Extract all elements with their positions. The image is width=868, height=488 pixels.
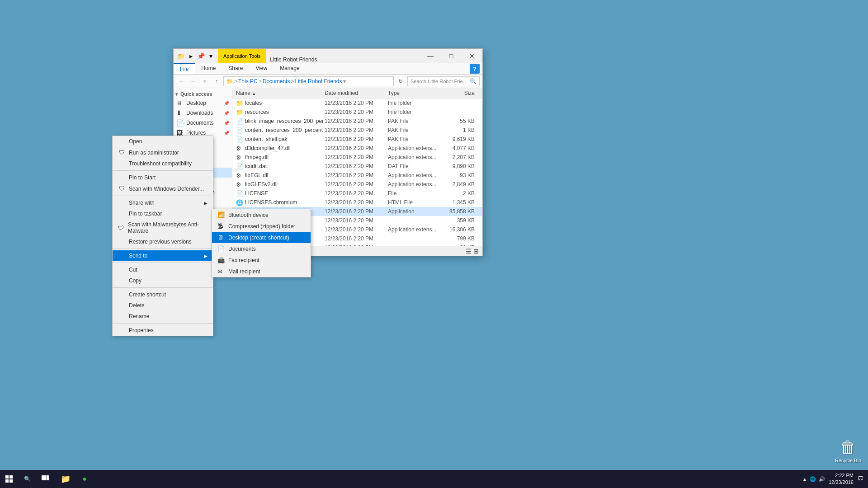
sendto-mail[interactable]: ✉ Mail recipient xyxy=(212,266,311,277)
file-date-cell: 12/23/2016 2:20 PM xyxy=(323,136,386,143)
sidebar-item-desktop[interactable]: 🖥 Desktop 📌 xyxy=(174,98,232,108)
sendto-bluetooth[interactable]: 📶 Bluetooth device xyxy=(212,209,311,221)
table-row[interactable]: 📁 resources 12/23/2016 2:20 PM File fold… xyxy=(232,108,482,117)
file-type-cell xyxy=(386,238,440,239)
ctx-pin-start[interactable]: Pin to Start xyxy=(113,172,213,183)
taskbar-right: ▲ 🌐 🔊 2:22 PM 12/23/2016 🗨 xyxy=(802,472,868,486)
file-name-cell: ⚙ libEGL.dll xyxy=(232,172,323,179)
col-header-date[interactable]: Date modified xyxy=(323,89,386,97)
clock[interactable]: 2:22 PM 12/23/2016 xyxy=(829,472,854,486)
tab-share[interactable]: Share xyxy=(222,63,249,74)
down-arrow-icon[interactable]: ▾ xyxy=(206,52,215,61)
table-row[interactable]: 📄 icudtl.dat 12/23/2016 2:20 PM DAT File… xyxy=(232,162,482,171)
table-row[interactable]: 📄 content_resources_200_percent.pak 12/2… xyxy=(232,126,482,135)
sendto-documents[interactable]: 📄 Documents xyxy=(212,243,311,254)
sendto-fax[interactable]: 📠 Fax recipient xyxy=(212,254,311,266)
ctx-cut[interactable]: Cut xyxy=(113,264,213,275)
table-row[interactable]: ⚙ libGLESv2.dll 12/23/2016 2:20 PM Appli… xyxy=(232,180,482,189)
taskbar-search-button[interactable]: 🔍 xyxy=(18,470,36,488)
search-box[interactable]: Search Little Robot Friends 🔍 xyxy=(407,76,480,86)
file-type-cell: PAK File xyxy=(386,117,440,125)
forward-button[interactable]: → xyxy=(188,76,198,86)
file-type-cell: HTML File xyxy=(386,199,440,206)
volume-tray-icon[interactable]: 🔊 xyxy=(819,476,825,482)
col-header-name[interactable]: Name ▲ xyxy=(232,89,323,97)
task-view-button[interactable] xyxy=(36,470,54,488)
ctx-run-as-admin[interactable]: 🛡Run as administrator xyxy=(113,147,213,158)
file-type-icon: 📄 xyxy=(236,136,243,143)
file-type-cell xyxy=(386,220,440,221)
taskbar-chrome-icon[interactable]: ● xyxy=(75,470,94,488)
ctx-troubleshoot[interactable]: Troubleshoot compatibility xyxy=(113,158,213,169)
tab-home[interactable]: Home xyxy=(195,63,222,74)
tab-view[interactable]: View xyxy=(249,63,274,74)
sendto-desktop[interactable]: 🖥 Desktop (create shortcut) xyxy=(212,232,311,243)
recent-button[interactable]: ▾ xyxy=(200,76,210,86)
ctx-share-with[interactable]: Share with▶ xyxy=(113,197,213,208)
grid-view-icon[interactable]: ⊞ xyxy=(473,248,479,255)
ctx-pin-taskbar[interactable]: Pin to taskbar xyxy=(113,208,213,219)
table-row[interactable]: 📄 LICENSE 12/23/2016 2:20 PM File 2 KB xyxy=(232,189,482,198)
minimize-button[interactable]: — xyxy=(420,49,441,63)
ctx-copy[interactable]: Copy xyxy=(113,275,213,286)
refresh-button[interactable]: ↻ xyxy=(396,76,406,86)
file-size-cell: 2,207 KB xyxy=(440,154,476,161)
table-row[interactable]: 📄 content_shell.pak 12/23/2016 2:20 PM P… xyxy=(232,135,482,144)
taskbar-file-explorer-icon[interactable]: 📁 xyxy=(57,470,75,488)
submenu-arrow2: ▶ xyxy=(204,253,208,258)
ctx-delete[interactable]: Delete xyxy=(113,300,213,311)
breadcrumb-folder[interactable]: Little Robot Friends xyxy=(295,78,342,84)
table-row[interactable]: 📁 locales 12/23/2016 2:20 PM File folder xyxy=(232,99,482,108)
network-tray-icon[interactable]: 🌐 xyxy=(810,476,816,482)
notification-icon[interactable]: 🗨 xyxy=(857,475,863,483)
file-type-cell: Application extens... xyxy=(386,226,440,233)
ctx-restore-versions[interactable]: Restore previous versions xyxy=(113,236,213,247)
table-row[interactable]: ⚙ ffmpeg.dll 12/23/2016 2:20 PM Applicat… xyxy=(232,153,482,162)
ctx-rename[interactable]: Rename xyxy=(113,311,213,322)
sidebar-item-documents[interactable]: 📄 Documents 📌 xyxy=(174,118,232,128)
help-button[interactable]: ? xyxy=(470,64,480,74)
ctx-create-shortcut[interactable]: Create shortcut xyxy=(113,289,213,300)
tray-arrow[interactable]: ▲ xyxy=(802,477,807,482)
table-row[interactable]: ⚙ d3dcompiler_47.dll 12/23/2016 2:20 PM … xyxy=(232,144,482,153)
quick-access-icon[interactable]: ▸ xyxy=(186,52,195,61)
ctx-properties[interactable]: Properties xyxy=(113,325,213,336)
col-header-size[interactable]: Size xyxy=(440,89,476,97)
desktop-shortcut-icon: 🖥 xyxy=(217,234,225,241)
start-button[interactable] xyxy=(0,470,18,488)
file-name-cell: 📁 resources xyxy=(232,108,323,116)
close-button[interactable]: ✕ xyxy=(462,49,482,63)
sendto-compressed[interactable]: 🗜 Compressed (zipped) folder xyxy=(212,221,311,232)
ctx-sep4 xyxy=(113,263,213,263)
ctx-sep1 xyxy=(113,170,213,171)
pin-icon[interactable]: 📌 xyxy=(196,52,205,61)
breadcrumb-this-pc[interactable]: This PC xyxy=(238,78,258,84)
send-to-submenu: 📶 Bluetooth device 🗜 Compressed (zipped)… xyxy=(212,209,311,277)
title-bar-controls: — □ ✕ xyxy=(420,49,482,63)
search-icon[interactable]: 🔍 xyxy=(470,78,476,84)
table-row[interactable]: ⚙ libEGL.dll 12/23/2016 2:20 PM Applicat… xyxy=(232,171,482,180)
tab-manage[interactable]: Manage xyxy=(274,63,306,74)
ctx-open[interactable]: Open xyxy=(113,136,213,147)
title-bar-icons: 📁 ▸ 📌 ▾ xyxy=(174,52,218,61)
documents-sendto-icon: 📄 xyxy=(217,245,225,252)
file-type-cell: Application extens... xyxy=(386,154,440,161)
back-button[interactable]: ← xyxy=(176,76,186,86)
breadcrumb-documents[interactable]: Documents xyxy=(263,78,290,84)
ctx-scan-defender[interactable]: 🛡Scan with Windows Defender... xyxy=(113,183,213,194)
col-header-type[interactable]: Type xyxy=(386,89,440,97)
ctx-send-to[interactable]: Send to▶ xyxy=(113,250,213,261)
maximize-button[interactable]: □ xyxy=(441,49,462,63)
ctx-scan-malwarebytes[interactable]: 🛡Scan with Malwarebytes Anti-Malware xyxy=(113,219,213,236)
up-button[interactable]: ↑ xyxy=(212,76,222,86)
sidebar-item-downloads[interactable]: ⬇ Downloads 📌 xyxy=(174,108,232,118)
address-path[interactable]: 📁 > This PC > Documents > Little Robot F… xyxy=(223,76,394,86)
recycle-bin[interactable]: 🗑 Recycle Bin xyxy=(835,438,861,463)
table-row[interactable]: 🌐 LICENSES.chromium 12/23/2016 2:20 PM H… xyxy=(232,198,482,207)
app-tools-tab[interactable]: Application Tools xyxy=(218,49,266,63)
tab-file[interactable]: File xyxy=(174,63,195,74)
table-row[interactable]: 📄 blink_image_resources_200_percent.pak … xyxy=(232,117,482,126)
defender-icon: 🛡 xyxy=(118,185,125,192)
ctx-sep2 xyxy=(113,196,213,196)
details-view-icon[interactable]: ☰ xyxy=(466,248,472,255)
